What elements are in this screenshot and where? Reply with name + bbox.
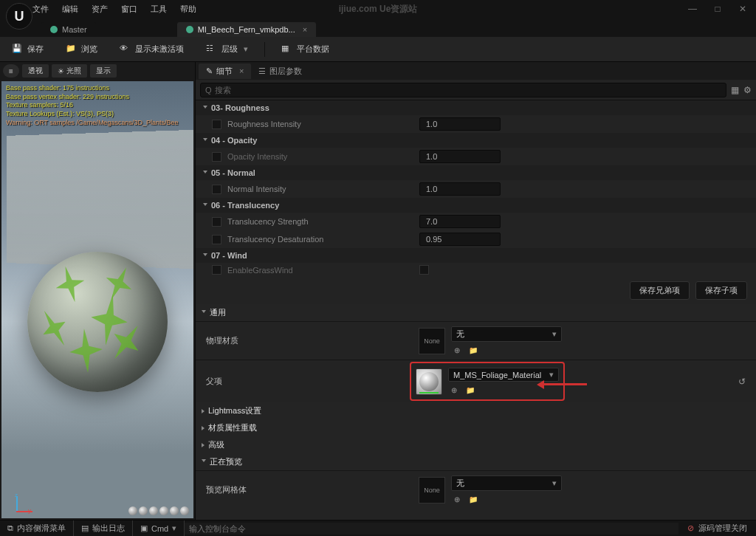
search-icon: Q bbox=[205, 86, 212, 95]
log-icon: ▤ bbox=[81, 523, 89, 533]
panel-tab-bar: ✎ 细节 × ☰ 图层参数 bbox=[196, 62, 756, 80]
reset-to-default-icon[interactable]: ↺ bbox=[738, 377, 746, 387]
parent-highlight: M_MS_Foliage_Material▾ ⊕ 📁 bbox=[410, 362, 565, 401]
section-previewing[interactable]: 正在预览 bbox=[196, 453, 756, 470]
viewport-toolbar: ≡ 透视 ☀光照 显示 bbox=[0, 62, 195, 80]
tab-layer-params[interactable]: ☰ 图层参数 bbox=[251, 63, 309, 79]
material-viewport[interactable]: Base pass shader: 175 instructions Base … bbox=[1, 81, 193, 518]
close-button[interactable]: ✕ bbox=[735, 4, 750, 14]
ue-logo[interactable]: U bbox=[6, 3, 32, 30]
tab-material-instance[interactable]: MI_Beech_Fern_vmkpdb... × bbox=[177, 22, 317, 37]
tab-master[interactable]: Master bbox=[41, 22, 96, 37]
drawer-icon: ⧉ bbox=[7, 523, 13, 533]
section-lightmass[interactable]: Lightmass设置 bbox=[196, 402, 756, 419]
primitive-selector[interactable] bbox=[128, 506, 189, 515]
terminal-icon: ▣ bbox=[140, 523, 148, 533]
viewport-stats: Base pass shader: 175 instructions Base … bbox=[6, 84, 178, 127]
details-panel: ✎ 细节 × ☰ 图层参数 Q ▦ ⚙ 03- Roughness Roughn… bbox=[195, 62, 756, 520]
prop-normal-intensity: Normal Intensity1.0 bbox=[196, 180, 756, 198]
browse-to-icon[interactable]: 📁 bbox=[467, 345, 479, 355]
menu-tools[interactable]: 工具 bbox=[151, 4, 167, 15]
use-selected-icon[interactable]: ⊕ bbox=[451, 494, 463, 504]
perspective-button[interactable]: 透视 bbox=[22, 64, 49, 78]
chevron-down-icon: ▾ bbox=[244, 44, 248, 54]
section-roughness[interactable]: 03- Roughness bbox=[196, 100, 756, 115]
hierarchy-label: 层级 bbox=[221, 44, 238, 55]
use-selected-icon[interactable]: ⊕ bbox=[451, 345, 463, 355]
titlebar: 文件 编辑 资产 窗口 工具 帮助 ijiue.com Ue资源站 — □ ✕ bbox=[0, 0, 756, 18]
cmd-selector[interactable]: ▣ Cmd ▾ bbox=[133, 520, 185, 536]
section-opacity[interactable]: 04 - Opacity bbox=[196, 133, 756, 148]
show-inactive-label: 显示未激活项 bbox=[135, 44, 184, 55]
browse-label: 浏览 bbox=[81, 44, 97, 55]
console-input[interactable] bbox=[185, 523, 678, 535]
parent-dropdown[interactable]: M_MS_Foliage_Material▾ bbox=[448, 368, 559, 382]
minimize-button[interactable]: — bbox=[685, 4, 700, 14]
browse-to-icon[interactable]: 📁 bbox=[467, 494, 479, 504]
section-normal[interactable]: 05 - Normal bbox=[196, 165, 756, 180]
platform-data-button[interactable]: ▦ 平台数据 bbox=[275, 41, 335, 58]
maximize-button[interactable]: □ bbox=[710, 4, 725, 14]
tab-close-icon[interactable]: × bbox=[303, 25, 307, 34]
lit-button[interactable]: ☀光照 bbox=[52, 64, 87, 78]
section-wind[interactable]: 07 - Wind bbox=[196, 248, 756, 263]
viewport-options-button[interactable]: ≡ bbox=[3, 64, 19, 78]
menu-window[interactable]: 窗口 bbox=[121, 4, 137, 15]
search-row: Q ▦ ⚙ bbox=[196, 80, 756, 100]
source-control-status[interactable]: ⊘ 源码管理关闭 bbox=[678, 523, 756, 534]
save-row: 保存兄弟项 保存子项 bbox=[196, 277, 756, 304]
menu-help[interactable]: 帮助 bbox=[180, 4, 196, 15]
use-selected-icon[interactable]: ⊕ bbox=[448, 385, 460, 395]
browse-to-icon[interactable]: 📁 bbox=[464, 385, 476, 395]
platform-label: 平台数据 bbox=[297, 44, 329, 55]
section-general[interactable]: 通用 bbox=[196, 304, 756, 321]
phys-mat-dropdown[interactable]: 无▾ bbox=[451, 326, 562, 342]
main-menu: 文件 编辑 资产 窗口 工具 帮助 bbox=[32, 4, 196, 15]
view-options-icon[interactable]: ▦ bbox=[731, 85, 739, 95]
save-sibling-button[interactable]: 保存兄弟项 bbox=[630, 281, 690, 300]
material-icon bbox=[186, 26, 193, 33]
watermark: ijiue.com Ue资源站 bbox=[339, 3, 418, 16]
section-translucency[interactable]: 06 - Translucency bbox=[196, 198, 756, 213]
save-button[interactable]: 💾 保存 bbox=[6, 41, 49, 58]
tab-bar: Master MI_Beech_Fern_vmkpdb... × bbox=[0, 18, 756, 37]
show-inactive-button[interactable]: 👁 显示未激活项 bbox=[114, 41, 190, 58]
menu-edit[interactable]: 编辑 bbox=[62, 4, 78, 15]
eye-icon: 👁 bbox=[120, 44, 131, 55]
pencil-icon: ✎ bbox=[206, 66, 213, 76]
row-phys-material: 物理材质 None 无▾ ⊕ 📁 bbox=[196, 321, 756, 360]
save-icon: 💾 bbox=[12, 44, 24, 55]
prop-translucency-strength: Translucency Strength7.0 bbox=[196, 213, 756, 230]
output-log-button[interactable]: ▤ 输出日志 bbox=[74, 520, 133, 536]
save-child-button[interactable]: 保存子项 bbox=[695, 281, 747, 300]
search-input[interactable] bbox=[215, 86, 721, 95]
prop-roughness-intensity: Roughness Intensity1.0 bbox=[196, 115, 756, 133]
row-parent: 父项 M_MS_Foliage_Material▾ ⊕ 📁 bbox=[196, 360, 756, 402]
dot-icon bbox=[50, 26, 58, 33]
chevron-down-icon: ▾ bbox=[172, 523, 176, 533]
search-box[interactable]: Q bbox=[200, 83, 726, 97]
hierarchy-button[interactable]: ☷ 层级 ▾ bbox=[200, 41, 254, 58]
menu-asset[interactable]: 资产 bbox=[92, 4, 108, 15]
settings-icon[interactable]: ⚙ bbox=[743, 85, 752, 95]
window-controls: — □ ✕ bbox=[685, 4, 750, 14]
content-drawer-button[interactable]: ⧉ 内容侧滑菜单 bbox=[0, 520, 74, 536]
close-icon[interactable]: × bbox=[239, 66, 244, 75]
platform-icon: ▦ bbox=[281, 44, 293, 55]
show-button[interactable]: 显示 bbox=[90, 64, 117, 78]
browse-button[interactable]: 📁 浏览 bbox=[60, 41, 103, 58]
tab-active-label: MI_Beech_Fern_vmkpdb... bbox=[198, 25, 295, 34]
section-mat-override[interactable]: 材质属性重载 bbox=[196, 419, 756, 436]
viewport-panel: ≡ 透视 ☀光照 显示 Base pass shader: 175 instru… bbox=[0, 62, 195, 520]
preview-mesh-thumb[interactable]: None bbox=[419, 477, 445, 504]
preview-mesh-dropdown[interactable]: 无▾ bbox=[451, 475, 562, 491]
prop-translucency-desaturation: Translucency Desaturation0.95 bbox=[196, 230, 756, 248]
details-scroll[interactable]: 03- Roughness Roughness Intensity1.0 04 … bbox=[196, 100, 756, 520]
layers-icon: ☰ bbox=[258, 66, 266, 76]
section-advanced[interactable]: 高级 bbox=[196, 436, 756, 453]
parent-thumb[interactable] bbox=[416, 368, 442, 395]
status-bar: ⧉ 内容侧滑菜单 ▤ 输出日志 ▣ Cmd ▾ ⊘ 源码管理关闭 bbox=[0, 520, 756, 536]
phys-mat-thumb[interactable]: None bbox=[419, 328, 445, 354]
tab-details[interactable]: ✎ 细节 × bbox=[199, 63, 251, 79]
menu-file[interactable]: 文件 bbox=[32, 4, 49, 15]
